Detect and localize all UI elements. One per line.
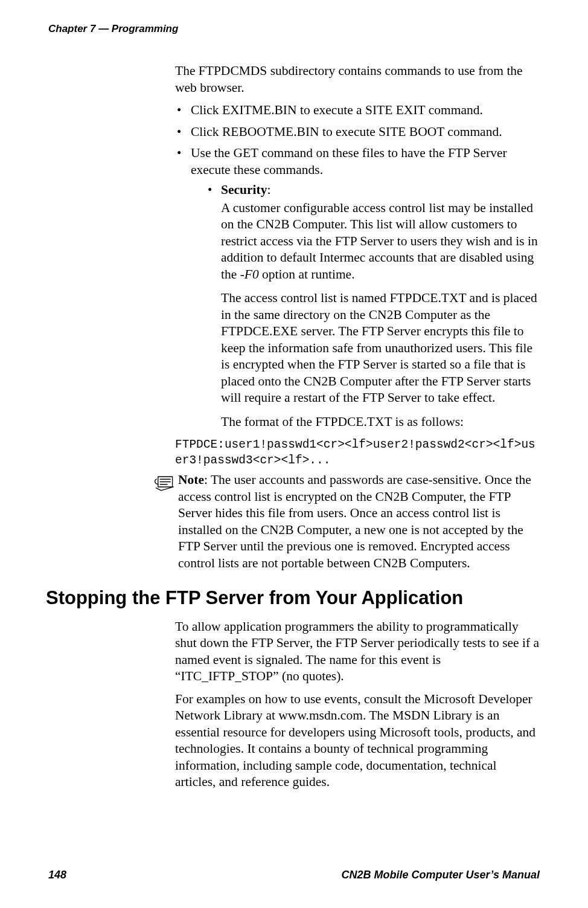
stop-paragraph-2: For examples on how to use events, consu… (175, 691, 540, 791)
bullet-item: Click REBOOTME.BIN to execute SITE BOOT … (175, 124, 540, 141)
security-label: Security (221, 182, 267, 197)
note-label: Note (178, 472, 204, 487)
section-stopping: Stopping the FTP Server from Your Applic… (175, 586, 540, 791)
footer: 148 CN2B Mobile Computer User’s Manual (48, 869, 540, 881)
note-body: : The user accounts and passwords are ca… (178, 472, 531, 570)
bullet-list: Click EXITME.BIN to execute a SITE EXIT … (175, 102, 540, 430)
bullet-item: Click EXITME.BIN to execute a SITE EXIT … (175, 102, 540, 119)
body-content: The FTPDCMDS subdirectory contains comma… (175, 63, 540, 468)
security-paragraph-2: The access control list is named FTPDCE.… (221, 290, 540, 407)
running-head: Chapter 7 — Programming (48, 23, 540, 35)
bullet-text: Use the GET command on these files to ha… (191, 146, 507, 177)
nested-bullet-item: Security: A customer configurable access… (206, 182, 540, 430)
intro-paragraph: The FTPDCMDS subdirectory contains comma… (175, 63, 540, 96)
heading-stopping: Stopping the FTP Server from Your Applic… (46, 586, 540, 610)
security-body: A customer configurable access control l… (221, 200, 540, 431)
code-block: FTPDCE:user1!passwd1<cr><lf>user2!passwd… (175, 437, 540, 468)
nested-bullet-list: Security: A customer configurable access… (191, 182, 540, 430)
note-icon (154, 474, 178, 495)
security-flag: -F0 (240, 267, 259, 282)
security-p1b: option at runtime. (259, 267, 355, 282)
security-paragraph-3: The format of the FTPDCE.TXT is as follo… (221, 414, 540, 431)
bullet-item: Use the GET command on these files to ha… (175, 145, 540, 430)
note-text: Note: The user accounts and passwords ar… (178, 472, 540, 572)
security-paragraph-1: A customer configurable access control l… (221, 200, 540, 283)
stop-paragraph-1: To allow application programmers the abi… (175, 619, 540, 685)
bullet-text: Click REBOOTME.BIN to execute SITE BOOT … (191, 124, 502, 139)
security-colon: : (267, 182, 270, 197)
page-number: 148 (48, 869, 66, 881)
note-row: Note: The user accounts and passwords ar… (154, 472, 540, 572)
bullet-text: Click EXITME.BIN to execute a SITE EXIT … (191, 103, 483, 117)
manual-title: CN2B Mobile Computer User’s Manual (342, 869, 540, 881)
page: Chapter 7 — Programming The FTPDCMDS sub… (0, 0, 588, 908)
